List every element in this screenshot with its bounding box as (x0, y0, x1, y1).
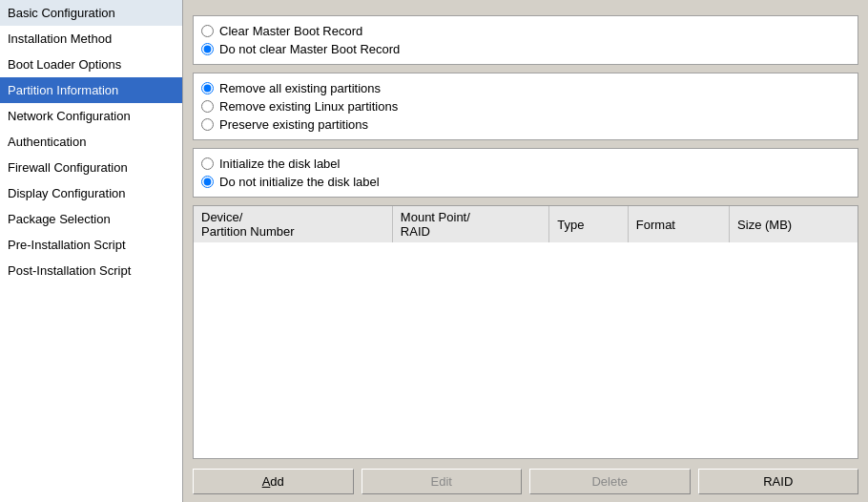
table-col-device-partition: Device/Partition Number (194, 206, 392, 242)
mbr-option-row-1: Do not clear Master Boot Record (201, 40, 850, 58)
table-header-row: Device/Partition NumberMount Point/RAIDT… (194, 206, 858, 242)
disk-init-group: Initialize the disk labelDo not initiali… (193, 148, 858, 198)
mbr-radio-1[interactable] (201, 43, 214, 55)
disk-init-radio-0[interactable] (201, 157, 214, 170)
sidebar-item-authentication[interactable]: Authentication (0, 129, 182, 155)
sidebar-item-basic-configuration[interactable]: Basic Configuration (0, 0, 182, 26)
partition-option-row-2: Preserve existing partitions (201, 115, 850, 134)
mbr-label-0: Clear Master Boot Record (219, 24, 362, 38)
sidebar-item-post-installation-script[interactable]: Post-Installation Script (0, 258, 182, 283)
table-col-size-mb: Size (MB) (730, 206, 858, 242)
disk-init-option-row-1: Do not initialize the disk label (201, 173, 850, 191)
sidebar-item-installation-method[interactable]: Installation Method (0, 26, 182, 52)
add-button[interactable]: Add (193, 469, 354, 494)
partition-label-2: Preserve existing partitions (219, 117, 368, 132)
delete-button: Delete (529, 469, 691, 494)
partition-radio-2[interactable] (201, 118, 214, 131)
partition-option-row-0: Remove all existing partitions (201, 79, 850, 97)
content-area: Clear Master Boot RecordDo not clear Mas… (183, 0, 868, 502)
table-col-format: Format (628, 206, 729, 242)
partition-radio-1[interactable] (201, 100, 214, 113)
partition-label-0: Remove all existing partitions (219, 81, 381, 95)
mbr-label-1: Do not clear Master Boot Record (219, 42, 400, 56)
partition-label-1: Remove existing Linux partitions (219, 99, 398, 114)
partition-radio-0[interactable] (201, 82, 214, 94)
partition-options-group: Remove all existing partitionsRemove exi… (193, 73, 858, 140)
mbr-option-row-0: Clear Master Boot Record (201, 22, 850, 40)
mbr-options-group: Clear Master Boot RecordDo not clear Mas… (193, 15, 858, 65)
disk-init-radio-1[interactable] (201, 176, 214, 188)
main-container: Basic ConfigurationInstallation MethodBo… (0, 0, 868, 502)
partition-table: Device/Partition NumberMount Point/RAIDT… (194, 206, 858, 242)
sidebar-item-package-selection[interactable]: Package Selection (0, 206, 182, 232)
mbr-radio-0[interactable] (201, 25, 214, 37)
sidebar-item-network-configuration[interactable]: Network Configuration (0, 103, 182, 129)
disk-init-option-row-0: Initialize the disk label (201, 155, 850, 173)
partition-table-container: Device/Partition NumberMount Point/RAIDT… (193, 205, 858, 459)
sidebar-item-pre-installation-script[interactable]: Pre-Installation Script (0, 232, 182, 258)
sidebar-item-firewall-configuration[interactable]: Firewall Configuration (0, 155, 182, 180)
sidebar-item-boot-loader-options[interactable]: Boot Loader Options (0, 52, 182, 77)
partition-option-row-1: Remove existing Linux partitions (201, 97, 850, 115)
raid-button[interactable]: RAID (698, 469, 859, 494)
table-col-type: Type (549, 206, 629, 242)
sidebar-item-partition-information[interactable]: Partition Information (0, 77, 182, 103)
edit-button: Edit (362, 469, 523, 494)
button-bar: AddEditDeleteRAID (193, 469, 858, 494)
disk-init-label-0: Initialize the disk label (219, 157, 340, 171)
table-col-mount-point: Mount Point/RAID (392, 206, 548, 242)
disk-init-label-1: Do not initialize the disk label (219, 175, 380, 189)
sidebar: Basic ConfigurationInstallation MethodBo… (0, 0, 183, 502)
sidebar-item-display-configuration[interactable]: Display Configuration (0, 180, 182, 206)
